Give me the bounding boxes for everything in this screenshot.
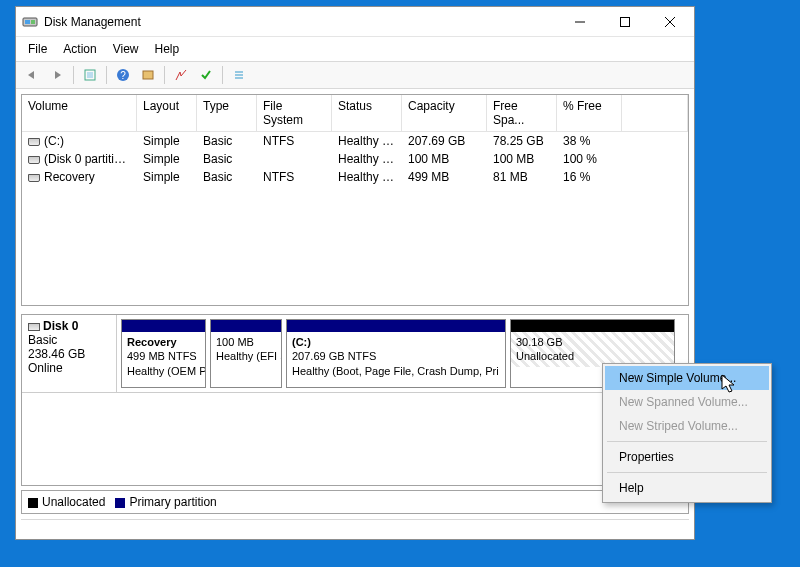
column-header[interactable]: % Free [557,95,622,131]
volume-cell: 100 MB [402,150,487,168]
svg-rect-8 [87,72,93,78]
legend-primary: Primary partition [129,495,216,509]
volume-cell: (Disk 0 partition 2) [22,150,137,168]
partition-header [122,320,205,332]
partition-body: Recovery499 MB NTFSHealthy (OEM Partit [122,332,205,381]
action-icon[interactable] [170,65,192,85]
graphical-view: Disk 0 Basic 238.46 GB Online Recovery49… [21,314,689,486]
volume-cell: 16 % [557,168,622,186]
disk-type: Basic [28,333,110,347]
volume-list-header: VolumeLayoutTypeFile SystemStatusCapacit… [22,95,688,132]
context-menu: New Simple Volume...New Spanned Volume..… [602,363,772,503]
disk-management-window: Disk Management File Action View Help ? … [15,6,695,540]
disk-icon [28,323,40,331]
volume-cell: (C:) [22,132,137,150]
partition[interactable]: (C:)207.69 GB NTFSHealthy (Boot, Page Fi… [286,319,506,388]
volume-cell: 499 MB [402,168,487,186]
volume-cell: Basic [197,150,257,168]
window-controls [557,8,692,36]
volume-cell: 81 MB [487,168,557,186]
partition-header [287,320,505,332]
disk-label[interactable]: Disk 0 Basic 238.46 GB Online [22,315,117,392]
volume-cell: Simple [137,168,197,186]
legend: Unallocated Primary partition [21,490,689,514]
volume-cell: Healthy (... [332,168,402,186]
partition[interactable]: 100 MBHealthy (EFI S [210,319,282,388]
volume-cell: Healthy (B... [332,132,402,150]
window-title: Disk Management [44,15,557,29]
partition-body: 100 MBHealthy (EFI S [211,332,281,367]
volume-cell: Simple [137,132,197,150]
drive-icon [28,138,40,146]
partition[interactable]: Recovery499 MB NTFSHealthy (OEM Partit [121,319,206,388]
volume-cell: Healthy (E... [332,150,402,168]
disk-name: Disk 0 [43,319,78,333]
close-button[interactable] [647,8,692,36]
volume-list[interactable]: VolumeLayoutTypeFile SystemStatusCapacit… [21,94,689,306]
legend-swatch-unallocated [28,498,38,508]
volume-cell: NTFS [257,132,332,150]
menu-action[interactable]: Action [55,39,104,59]
settings-icon[interactable] [137,65,159,85]
context-separator [607,472,767,473]
svg-text:?: ? [120,70,126,81]
toolbar-separator [73,66,74,84]
list-icon[interactable] [228,65,250,85]
legend-swatch-primary [115,498,125,508]
column-header[interactable]: Volume [22,95,137,131]
svg-rect-1 [25,20,30,24]
partition-body: (C:)207.69 GB NTFSHealthy (Boot, Page Fi… [287,332,505,381]
drive-icon [28,174,40,182]
context-item[interactable]: New Simple Volume... [605,366,769,390]
volume-row[interactable]: RecoverySimpleBasicNTFSHealthy (...499 M… [22,168,688,186]
volume-cell: Simple [137,150,197,168]
context-item: New Striped Volume... [605,414,769,438]
partition-header [511,320,674,332]
menu-view[interactable]: View [105,39,147,59]
toolbar-separator [106,66,107,84]
volume-cell [257,150,332,168]
volume-cell: Recovery [22,168,137,186]
refresh-icon[interactable] [79,65,101,85]
forward-button[interactable] [46,65,68,85]
volume-cell: NTFS [257,168,332,186]
toolbar: ? [16,62,694,89]
context-item: New Spanned Volume... [605,390,769,414]
column-header[interactable]: File System [257,95,332,131]
menu-file[interactable]: File [20,39,55,59]
column-header[interactable]: Layout [137,95,197,131]
menubar: File Action View Help [16,37,694,62]
back-button[interactable] [21,65,43,85]
menu-help[interactable]: Help [147,39,188,59]
column-header[interactable]: Status [332,95,402,131]
volume-cell: Basic [197,168,257,186]
column-header-extra[interactable] [622,95,688,131]
check-icon[interactable] [195,65,217,85]
context-separator [607,441,767,442]
toolbar-separator [164,66,165,84]
volume-row[interactable]: (C:)SimpleBasicNTFSHealthy (B...207.69 G… [22,132,688,150]
partition-body: 30.18 GBUnallocated [511,332,674,367]
column-header[interactable]: Capacity [402,95,487,131]
volume-cell: Basic [197,132,257,150]
drive-icon [28,156,40,164]
disk-row: Disk 0 Basic 238.46 GB Online Recovery49… [22,315,688,393]
app-icon [22,14,38,30]
column-header[interactable]: Type [197,95,257,131]
volume-cell: 207.69 GB [402,132,487,150]
statusbar [21,519,689,535]
disk-state: Online [28,361,110,375]
minimize-button[interactable] [557,8,602,36]
disk-size: 238.46 GB [28,347,110,361]
context-item[interactable]: Properties [605,445,769,469]
column-header[interactable]: Free Spa... [487,95,557,131]
context-item[interactable]: Help [605,476,769,500]
svg-rect-4 [620,17,629,26]
maximize-button[interactable] [602,8,647,36]
volume-cell: 100 MB [487,150,557,168]
help-icon[interactable]: ? [112,65,134,85]
svg-rect-2 [31,20,35,24]
volume-cell: 38 % [557,132,622,150]
volume-row[interactable]: (Disk 0 partition 2)SimpleBasicHealthy (… [22,150,688,168]
volume-cell: 100 % [557,150,622,168]
